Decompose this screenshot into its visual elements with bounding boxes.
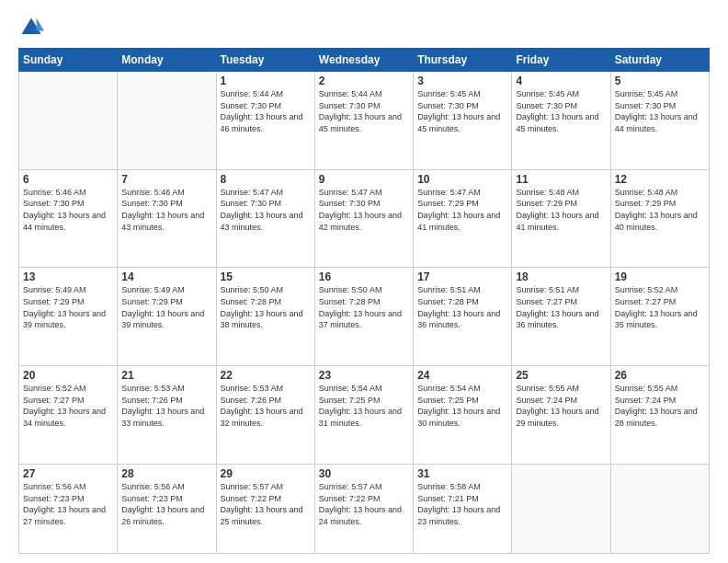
calendar-cell: 31Sunrise: 5:58 AM Sunset: 7:21 PM Dayli…	[414, 464, 512, 553]
col-header-friday: Friday	[512, 49, 610, 72]
col-header-tuesday: Tuesday	[216, 49, 314, 72]
day-info: Sunrise: 5:52 AM Sunset: 7:27 PM Dayligh…	[615, 284, 705, 330]
calendar-week-row: 27Sunrise: 5:56 AM Sunset: 7:23 PM Dayli…	[19, 464, 710, 553]
day-number: 3	[417, 75, 507, 87]
day-number: 22	[221, 369, 311, 382]
calendar-cell: 6Sunrise: 5:46 AM Sunset: 7:30 PM Daylig…	[19, 169, 118, 268]
day-number: 13	[23, 270, 113, 283]
col-header-sunday: Sunday	[19, 49, 118, 72]
calendar-cell: 29Sunrise: 5:57 AM Sunset: 7:22 PM Dayli…	[216, 464, 314, 553]
day-number: 18	[516, 270, 606, 283]
calendar-cell: 2Sunrise: 5:44 AM Sunset: 7:30 PM Daylig…	[314, 72, 413, 170]
calendar-cell: 28Sunrise: 5:56 AM Sunset: 7:23 PM Dayli…	[118, 464, 216, 553]
day-number: 23	[319, 369, 409, 382]
day-info: Sunrise: 5:54 AM Sunset: 7:25 PM Dayligh…	[319, 383, 409, 429]
day-info: Sunrise: 5:49 AM Sunset: 7:29 PM Dayligh…	[23, 284, 113, 330]
calendar-cell: 16Sunrise: 5:50 AM Sunset: 7:28 PM Dayli…	[314, 268, 413, 366]
day-number: 8	[221, 173, 311, 186]
day-number: 14	[121, 270, 211, 283]
day-info: Sunrise: 5:51 AM Sunset: 7:27 PM Dayligh…	[516, 284, 606, 330]
day-number: 15	[221, 270, 311, 283]
day-number: 9	[319, 173, 409, 186]
day-number: 28	[121, 467, 211, 480]
calendar-cell: 18Sunrise: 5:51 AM Sunset: 7:27 PM Dayli…	[512, 268, 610, 366]
calendar-cell: 5Sunrise: 5:45 AM Sunset: 7:30 PM Daylig…	[610, 72, 709, 170]
calendar-cell: 20Sunrise: 5:52 AM Sunset: 7:27 PM Dayli…	[19, 366, 118, 465]
calendar-cell: 8Sunrise: 5:47 AM Sunset: 7:30 PM Daylig…	[216, 169, 314, 268]
logo-icon	[18, 15, 44, 40]
day-info: Sunrise: 5:48 AM Sunset: 7:29 PM Dayligh…	[516, 187, 606, 233]
day-number: 12	[615, 173, 705, 186]
calendar-cell: 24Sunrise: 5:54 AM Sunset: 7:25 PM Dayli…	[414, 366, 512, 465]
day-info: Sunrise: 5:53 AM Sunset: 7:26 PM Dayligh…	[121, 383, 211, 429]
calendar-cell: 23Sunrise: 5:54 AM Sunset: 7:25 PM Dayli…	[314, 366, 413, 465]
calendar-cell	[19, 72, 118, 170]
col-header-thursday: Thursday	[414, 49, 512, 72]
calendar-cell: 14Sunrise: 5:49 AM Sunset: 7:29 PM Dayli…	[118, 268, 216, 366]
day-info: Sunrise: 5:55 AM Sunset: 7:24 PM Dayligh…	[615, 383, 705, 429]
page-header	[18, 15, 710, 40]
day-info: Sunrise: 5:46 AM Sunset: 7:30 PM Dayligh…	[23, 187, 113, 233]
calendar-cell: 21Sunrise: 5:53 AM Sunset: 7:26 PM Dayli…	[118, 366, 216, 465]
day-info: Sunrise: 5:50 AM Sunset: 7:28 PM Dayligh…	[221, 284, 311, 330]
calendar-header-row: SundayMondayTuesdayWednesdayThursdayFrid…	[19, 49, 710, 72]
day-info: Sunrise: 5:56 AM Sunset: 7:23 PM Dayligh…	[23, 481, 113, 527]
calendar-cell: 17Sunrise: 5:51 AM Sunset: 7:28 PM Dayli…	[414, 268, 512, 366]
svg-marker-1	[37, 18, 44, 31]
day-number: 24	[417, 369, 507, 382]
calendar-cell: 26Sunrise: 5:55 AM Sunset: 7:24 PM Dayli…	[610, 366, 709, 465]
calendar-cell	[512, 464, 610, 553]
day-info: Sunrise: 5:55 AM Sunset: 7:24 PM Dayligh…	[516, 383, 606, 429]
calendar-cell: 15Sunrise: 5:50 AM Sunset: 7:28 PM Dayli…	[216, 268, 314, 366]
calendar-cell: 13Sunrise: 5:49 AM Sunset: 7:29 PM Dayli…	[19, 268, 118, 366]
calendar-cell: 19Sunrise: 5:52 AM Sunset: 7:27 PM Dayli…	[610, 268, 709, 366]
calendar-cell: 9Sunrise: 5:47 AM Sunset: 7:30 PM Daylig…	[314, 169, 413, 268]
calendar-cell: 11Sunrise: 5:48 AM Sunset: 7:29 PM Dayli…	[512, 169, 610, 268]
day-number: 26	[615, 369, 705, 382]
calendar-cell: 27Sunrise: 5:56 AM Sunset: 7:23 PM Dayli…	[19, 464, 118, 553]
day-number: 21	[121, 369, 211, 382]
day-info: Sunrise: 5:44 AM Sunset: 7:30 PM Dayligh…	[319, 88, 409, 134]
day-number: 10	[417, 173, 507, 186]
calendar-week-row: 6Sunrise: 5:46 AM Sunset: 7:30 PM Daylig…	[19, 169, 710, 268]
day-info: Sunrise: 5:57 AM Sunset: 7:22 PM Dayligh…	[319, 481, 409, 527]
day-info: Sunrise: 5:57 AM Sunset: 7:22 PM Dayligh…	[221, 481, 311, 527]
day-number: 2	[319, 75, 409, 87]
calendar-cell: 7Sunrise: 5:46 AM Sunset: 7:30 PM Daylig…	[118, 169, 216, 268]
day-info: Sunrise: 5:47 AM Sunset: 7:29 PM Dayligh…	[417, 187, 507, 233]
day-info: Sunrise: 5:58 AM Sunset: 7:21 PM Dayligh…	[417, 481, 507, 527]
day-info: Sunrise: 5:45 AM Sunset: 7:30 PM Dayligh…	[615, 88, 705, 134]
day-number: 30	[319, 467, 409, 480]
calendar-cell: 30Sunrise: 5:57 AM Sunset: 7:22 PM Dayli…	[314, 464, 413, 553]
calendar-cell: 12Sunrise: 5:48 AM Sunset: 7:29 PM Dayli…	[610, 169, 709, 268]
calendar-week-row: 13Sunrise: 5:49 AM Sunset: 7:29 PM Dayli…	[19, 268, 710, 366]
day-info: Sunrise: 5:47 AM Sunset: 7:30 PM Dayligh…	[221, 187, 311, 233]
day-info: Sunrise: 5:49 AM Sunset: 7:29 PM Dayligh…	[121, 284, 211, 330]
calendar-week-row: 1Sunrise: 5:44 AM Sunset: 7:30 PM Daylig…	[19, 72, 710, 170]
col-header-saturday: Saturday	[610, 49, 709, 72]
day-info: Sunrise: 5:45 AM Sunset: 7:30 PM Dayligh…	[417, 88, 507, 134]
calendar-cell: 10Sunrise: 5:47 AM Sunset: 7:29 PM Dayli…	[414, 169, 512, 268]
day-info: Sunrise: 5:56 AM Sunset: 7:23 PM Dayligh…	[121, 481, 211, 527]
logo	[18, 15, 48, 40]
day-number: 20	[23, 369, 113, 382]
day-info: Sunrise: 5:50 AM Sunset: 7:28 PM Dayligh…	[319, 284, 409, 330]
day-info: Sunrise: 5:46 AM Sunset: 7:30 PM Dayligh…	[121, 187, 211, 233]
day-info: Sunrise: 5:45 AM Sunset: 7:30 PM Dayligh…	[516, 88, 606, 134]
col-header-monday: Monday	[118, 49, 216, 72]
day-info: Sunrise: 5:52 AM Sunset: 7:27 PM Dayligh…	[23, 383, 113, 429]
calendar-week-row: 20Sunrise: 5:52 AM Sunset: 7:27 PM Dayli…	[19, 366, 710, 465]
day-number: 5	[615, 75, 705, 87]
day-info: Sunrise: 5:51 AM Sunset: 7:28 PM Dayligh…	[417, 284, 507, 330]
day-number: 25	[516, 369, 606, 382]
day-info: Sunrise: 5:53 AM Sunset: 7:26 PM Dayligh…	[221, 383, 311, 429]
day-number: 31	[417, 467, 507, 480]
day-number: 7	[121, 173, 211, 186]
day-info: Sunrise: 5:44 AM Sunset: 7:30 PM Dayligh…	[221, 88, 311, 134]
day-info: Sunrise: 5:54 AM Sunset: 7:25 PM Dayligh…	[417, 383, 507, 429]
day-number: 4	[516, 75, 606, 87]
day-number: 19	[615, 270, 705, 283]
day-number: 27	[23, 467, 113, 480]
calendar-cell: 1Sunrise: 5:44 AM Sunset: 7:30 PM Daylig…	[216, 72, 314, 170]
calendar-cell: 3Sunrise: 5:45 AM Sunset: 7:30 PM Daylig…	[414, 72, 512, 170]
